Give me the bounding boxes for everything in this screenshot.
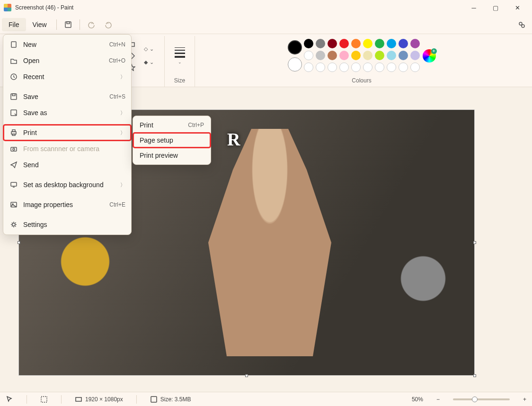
svg-rect-20 bbox=[11, 182, 17, 186]
zoom-in-button[interactable]: + bbox=[523, 396, 526, 403]
file-scanner: From scannner or camera bbox=[3, 141, 131, 157]
palette-swatch-empty[interactable] bbox=[339, 63, 349, 72]
zoom-out-button[interactable]: − bbox=[436, 396, 440, 403]
palette-swatch[interactable] bbox=[410, 51, 420, 60]
gear-pair-icon bbox=[518, 21, 525, 28]
zoom-slider[interactable] bbox=[453, 398, 510, 400]
palette-swatch[interactable] bbox=[328, 39, 337, 48]
svg-point-3 bbox=[522, 25, 524, 27]
palette-swatch[interactable] bbox=[351, 51, 361, 60]
palette-swatch[interactable] bbox=[410, 39, 420, 48]
file-open[interactable]: Open Ctrl+O bbox=[3, 53, 131, 69]
file-save-as[interactable]: Save as 〉 bbox=[3, 105, 131, 121]
selection-icon bbox=[40, 396, 48, 403]
palette-swatch-empty[interactable] bbox=[316, 63, 325, 72]
print-submenu-page-setup[interactable]: Page setup bbox=[133, 133, 211, 148]
file-print-label: Print bbox=[23, 129, 37, 136]
palette-swatch-empty[interactable] bbox=[328, 63, 337, 72]
menu-file[interactable]: File bbox=[2, 18, 26, 31]
print-submenu-print[interactable]: Print Ctrl+P bbox=[133, 117, 211, 133]
window-controls: ─ ▢ ✕ bbox=[463, 0, 528, 15]
palette-swatch[interactable] bbox=[363, 39, 372, 48]
file-save-label: Save bbox=[23, 93, 38, 100]
resize-handle[interactable] bbox=[473, 241, 476, 244]
shortcut: Ctrl+E bbox=[109, 201, 125, 208]
shortcut: Ctrl+S bbox=[109, 93, 125, 100]
file-send[interactable]: Send bbox=[3, 157, 131, 173]
minimize-button[interactable]: ─ bbox=[463, 0, 485, 15]
save-icon-button[interactable] bbox=[60, 17, 77, 32]
palette-swatch[interactable] bbox=[304, 39, 313, 48]
palette-swatch[interactable] bbox=[387, 39, 396, 48]
image-icon bbox=[9, 201, 18, 208]
file-size: Size: 3.5MB bbox=[150, 396, 191, 403]
file-scanner-label: From scannner or camera bbox=[23, 145, 99, 153]
menu-view[interactable]: View bbox=[26, 18, 53, 31]
edit-colors-button[interactable] bbox=[423, 49, 436, 63]
svg-rect-10 bbox=[11, 42, 16, 47]
file-new[interactable]: New Ctrl+N bbox=[3, 36, 131, 53]
palette-swatch[interactable] bbox=[328, 51, 337, 60]
palette-swatch[interactable] bbox=[339, 39, 349, 48]
palette-swatch-empty[interactable] bbox=[387, 63, 396, 72]
settings-gear-button[interactable] bbox=[513, 17, 530, 32]
folder-icon bbox=[9, 57, 18, 64]
file-desktop-label: Set as desktop background bbox=[23, 181, 104, 189]
maximize-button[interactable]: ▢ bbox=[485, 0, 506, 15]
palette-swatch[interactable] bbox=[316, 39, 325, 48]
palette-swatch[interactable] bbox=[387, 51, 396, 60]
print-label: Print bbox=[140, 121, 153, 129]
separator bbox=[80, 19, 80, 30]
shape-fill-dropdown[interactable]: ◆ ⌄ bbox=[142, 58, 156, 67]
close-button[interactable]: ✕ bbox=[506, 0, 528, 15]
file-save[interactable]: Save Ctrl+S bbox=[3, 89, 131, 105]
resize-handle[interactable] bbox=[245, 374, 248, 377]
svg-rect-18 bbox=[11, 147, 17, 151]
group-label-colours: Colours bbox=[352, 75, 371, 87]
palette-swatch-empty[interactable] bbox=[375, 63, 384, 72]
palette-swatch[interactable] bbox=[375, 51, 384, 60]
shape-outline-dropdown[interactable]: ◇ ⌄ bbox=[142, 45, 156, 54]
palette-swatch[interactable] bbox=[399, 39, 408, 48]
palette-swatch[interactable] bbox=[316, 51, 325, 60]
size-dropdown[interactable]: ⌄ bbox=[170, 45, 189, 67]
file-settings[interactable]: Settings bbox=[3, 217, 131, 233]
print-submenu-preview[interactable]: Print preview bbox=[133, 148, 211, 163]
file-desktop-bg[interactable]: Set as desktop background 〉 bbox=[3, 177, 131, 193]
redo-button[interactable] bbox=[100, 17, 117, 32]
app-icon bbox=[4, 4, 11, 11]
file-menu: New Ctrl+N Open Ctrl+O Recent 〉 Save Ctr… bbox=[3, 34, 132, 235]
palette-swatch[interactable] bbox=[339, 51, 349, 60]
svg-rect-13 bbox=[12, 94, 15, 96]
file-save-as-label: Save as bbox=[23, 109, 47, 117]
palette-swatch[interactable] bbox=[363, 51, 372, 60]
file-print[interactable]: Print 〉 bbox=[3, 125, 131, 141]
resize-handle[interactable] bbox=[18, 241, 20, 244]
color-2[interactable] bbox=[288, 57, 302, 72]
undo-button[interactable] bbox=[83, 17, 100, 32]
file-properties[interactable]: Image properties Ctrl+E bbox=[3, 197, 131, 213]
palette-swatch-empty[interactable] bbox=[363, 63, 372, 72]
palette-swatch-empty[interactable] bbox=[410, 63, 420, 72]
menubar: File View bbox=[0, 15, 532, 34]
palette-swatch-empty[interactable] bbox=[351, 63, 361, 72]
size-lines-icon bbox=[175, 47, 185, 58]
resize-handle[interactable] bbox=[473, 374, 476, 377]
group-colours: Colours bbox=[195, 36, 528, 87]
window-title: Screenshot (46) - Paint bbox=[15, 4, 463, 11]
palette-swatch[interactable] bbox=[399, 51, 408, 60]
color-1[interactable] bbox=[288, 40, 302, 54]
svg-point-23 bbox=[12, 223, 15, 226]
cursor-icon bbox=[6, 396, 13, 403]
palette-swatch[interactable] bbox=[375, 39, 384, 48]
palette-swatch-empty[interactable] bbox=[304, 63, 313, 72]
zoom-thumb[interactable] bbox=[472, 397, 478, 402]
svg-rect-12 bbox=[11, 94, 17, 99]
print-submenu: Print Ctrl+P Page setup Print preview bbox=[133, 116, 211, 165]
selection-size bbox=[40, 396, 48, 403]
palette-swatch[interactable] bbox=[351, 39, 361, 48]
palette-swatch-empty[interactable] bbox=[399, 63, 408, 72]
file-recent[interactable]: Recent 〉 bbox=[3, 69, 131, 85]
palette-swatch[interactable] bbox=[304, 51, 313, 60]
image-dimensions: 1920 × 1080px bbox=[75, 396, 123, 403]
